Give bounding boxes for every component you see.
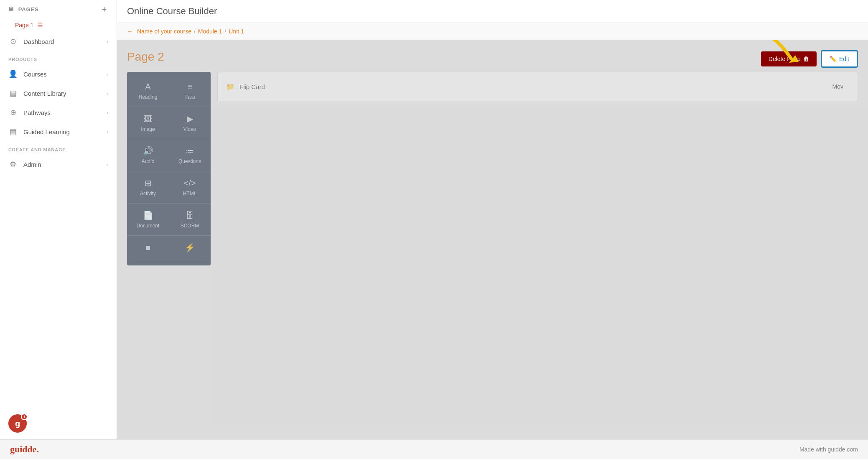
dashboard-chevron-icon: › bbox=[107, 38, 108, 45]
breadcrumb: ← Name of your course / Module 1 / Unit … bbox=[117, 23, 868, 40]
edit-pencil-icon: ✏️ bbox=[830, 56, 837, 62]
palette-item-video[interactable]: ▶ Video bbox=[169, 107, 211, 139]
page-title: Page 2 bbox=[127, 50, 858, 64]
sidebar-pages-header: 🏛 Pages ＋ bbox=[0, 0, 117, 18]
video-label: Video bbox=[183, 126, 196, 132]
scorm-icon: 🗄 bbox=[186, 211, 194, 220]
pathways-chevron-icon: › bbox=[107, 110, 108, 116]
sidebar-item-admin[interactable]: ⚙ Admin › bbox=[0, 155, 117, 174]
palette-grid: A Heading ≡ Para 🖼 Image ▶ bbox=[127, 75, 211, 262]
add-page-button[interactable]: ＋ bbox=[100, 4, 108, 14]
document-icon: 📄 bbox=[143, 210, 153, 220]
palette-item-lightning[interactable]: ⚡ bbox=[169, 236, 211, 262]
audio-icon: 🔊 bbox=[143, 146, 153, 156]
footer-tagline: Made with guidde.com bbox=[799, 446, 858, 453]
page1-label: Page 1 bbox=[15, 22, 33, 28]
sidebar-item-courses[interactable]: 👤 Courses › bbox=[0, 64, 117, 84]
breadcrumb-back-arrow[interactable]: ← bbox=[127, 28, 133, 35]
guided-learning-chevron-icon: › bbox=[107, 129, 108, 135]
questions-icon: ≔ bbox=[186, 146, 194, 156]
section-create-manage-label: CREATE AND MANAGE bbox=[0, 141, 117, 155]
video-icon: ▶ bbox=[187, 114, 193, 124]
breadcrumb-unit[interactable]: Unit 1 bbox=[229, 28, 244, 35]
sidebar-item-dashboard[interactable]: ⊙ Dashboard › bbox=[0, 32, 117, 51]
html-label: HTML bbox=[183, 191, 197, 196]
component-palette: A Heading ≡ Para 🖼 Image ▶ bbox=[127, 72, 211, 265]
palette-item-html[interactable]: </> HTML bbox=[169, 171, 211, 204]
breadcrumb-course[interactable]: Name of your course bbox=[137, 28, 191, 35]
sidebar-item-guided-learning[interactable]: ▤ Guided Learning › bbox=[0, 122, 117, 141]
palette-item-heading[interactable]: A Heading bbox=[127, 75, 169, 107]
sidebar-item-content-library[interactable]: ▤ Content Library › bbox=[0, 84, 117, 103]
admin-icon: ⚙ bbox=[8, 160, 18, 169]
admin-chevron-icon: › bbox=[107, 161, 108, 168]
page-body: A Heading ≡ Para 🖼 Image ▶ bbox=[127, 72, 858, 265]
audio-label: Audio bbox=[142, 158, 155, 164]
guided-learning-label: Guided Learning bbox=[23, 128, 101, 135]
square-icon: ■ bbox=[145, 243, 150, 252]
edit-button[interactable]: ✏️ Edit bbox=[821, 50, 858, 68]
pages-label: Pages bbox=[18, 6, 38, 13]
content-area: Online Course Builder ← Name of your cou… bbox=[117, 0, 868, 439]
palette-item-scorm[interactable]: 🗄 SCORM bbox=[169, 204, 211, 236]
blocks-area: 📁 Flip Card Mov bbox=[217, 72, 858, 265]
image-icon: 🖼 bbox=[144, 114, 152, 124]
courses-icon: 👤 bbox=[8, 69, 18, 79]
para-icon: ≡ bbox=[187, 82, 192, 92]
guided-learning-icon: ▤ bbox=[8, 127, 18, 136]
avatar: g 1 bbox=[8, 414, 27, 433]
page1-menu-icon: ☰ bbox=[38, 22, 43, 28]
dashboard-icon: ⊙ bbox=[8, 37, 18, 46]
breadcrumb-sep2: / bbox=[224, 28, 226, 35]
palette-item-activity[interactable]: ⊞ Activity bbox=[127, 171, 169, 204]
palette-item-image[interactable]: 🖼 Image bbox=[127, 107, 169, 139]
edit-label: Edit bbox=[839, 56, 849, 62]
sidebar: 🏛 Pages ＋ Page 1 ☰ ⊙ Dashboard › PRODUCT… bbox=[0, 0, 117, 439]
heading-label: Heading bbox=[139, 94, 158, 100]
page-header-title: Online Course Builder bbox=[127, 6, 858, 17]
image-label: Image bbox=[141, 126, 155, 132]
pathways-icon: ⊕ bbox=[8, 108, 18, 117]
block-actions: Mov bbox=[827, 79, 849, 94]
content-library-icon: ▤ bbox=[8, 89, 18, 98]
courses-chevron-icon: › bbox=[107, 71, 108, 77]
activity-icon: ⊞ bbox=[145, 178, 152, 188]
section-products-label: PRODUCTS bbox=[0, 51, 117, 64]
delete-page-button[interactable]: Delete Page 🗑 bbox=[761, 51, 817, 66]
palette-item-para[interactable]: ≡ Para bbox=[169, 75, 211, 107]
notification-badge: 1 bbox=[21, 413, 28, 420]
courses-label: Courses bbox=[23, 71, 101, 78]
trash-icon: 🗑 bbox=[803, 56, 809, 62]
footer-logo: guidde. bbox=[10, 444, 39, 455]
delete-page-label: Delete Page bbox=[769, 56, 801, 62]
sidebar-item-pathways[interactable]: ⊕ Pathways › bbox=[0, 103, 117, 122]
palette-item-document[interactable]: 📄 Document bbox=[127, 204, 169, 236]
page-content: Page 2 A Heading ≡ Para 🖼 bbox=[117, 40, 868, 439]
activity-label: Activity bbox=[140, 191, 156, 196]
dashboard-label: Dashboard bbox=[23, 38, 101, 45]
admin-label: Admin bbox=[23, 161, 101, 168]
pages-icon: 🏛 bbox=[8, 6, 14, 13]
questions-label: Questions bbox=[178, 158, 201, 164]
folder-icon: 📁 bbox=[226, 83, 234, 91]
breadcrumb-module[interactable]: Module 1 bbox=[198, 28, 222, 35]
content-header: Online Course Builder bbox=[117, 0, 868, 23]
lightning-icon: ⚡ bbox=[185, 242, 195, 252]
footer: guidde. Made with guidde.com bbox=[0, 439, 868, 459]
sidebar-page1[interactable]: Page 1 ☰ bbox=[0, 18, 117, 32]
palette-item-square[interactable]: ■ bbox=[127, 236, 169, 262]
block-row: 📁 Flip Card Mov bbox=[217, 72, 858, 101]
pathways-label: Pathways bbox=[23, 109, 101, 116]
html-icon: </> bbox=[184, 178, 196, 188]
scorm-label: SCORM bbox=[181, 223, 199, 229]
palette-item-questions[interactable]: ≔ Questions bbox=[169, 139, 211, 171]
block-label: Flip Card bbox=[239, 83, 822, 90]
document-label: Document bbox=[137, 223, 160, 229]
top-actions: Delete Page 🗑 ✏️ Edit bbox=[761, 50, 858, 68]
user-avatar-area: g 1 bbox=[0, 408, 117, 439]
content-library-label: Content Library bbox=[23, 90, 101, 97]
palette-item-audio[interactable]: 🔊 Audio bbox=[127, 139, 169, 171]
heading-icon: A bbox=[145, 82, 150, 92]
breadcrumb-sep1: / bbox=[194, 28, 196, 35]
move-button[interactable]: Mov bbox=[827, 79, 849, 94]
